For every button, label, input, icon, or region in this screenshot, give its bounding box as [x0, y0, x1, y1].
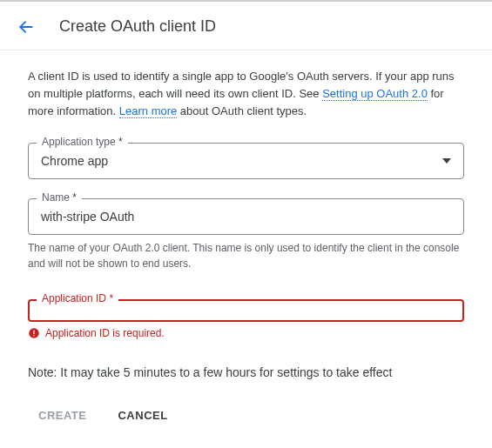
- error-icon: [28, 327, 40, 339]
- application-id-label-text: Application ID: [42, 292, 109, 304]
- intro-text: A client ID is used to identify a single…: [28, 68, 464, 120]
- name-help-text: The name of your OAuth 2.0 client. This …: [28, 240, 464, 271]
- required-asterisk: *: [118, 136, 123, 148]
- application-id-error-text: Application ID is required.: [45, 327, 165, 339]
- svg-rect-2: [33, 331, 34, 335]
- name-input[interactable]: with-stripe OAuth: [28, 198, 464, 235]
- chevron-down-icon: [442, 158, 451, 164]
- svg-rect-3: [33, 336, 34, 337]
- cancel-button[interactable]: Cancel: [114, 404, 171, 427]
- back-arrow-icon[interactable]: [17, 18, 35, 36]
- name-value: with-stripe OAuth: [41, 210, 134, 224]
- application-type-value: Chrome app: [41, 154, 108, 168]
- required-asterisk: *: [72, 191, 77, 204]
- intro-part3: about OAuth client types.: [177, 104, 307, 117]
- create-button[interactable]: Create: [35, 404, 90, 427]
- main-content: A client ID is used to identify a single…: [0, 50, 492, 448]
- application-id-field: Application ID * Application ID is requi…: [28, 299, 464, 339]
- application-type-select[interactable]: Chrome app: [28, 143, 464, 179]
- button-row: Create Cancel: [28, 404, 464, 427]
- application-id-error: Application ID is required.: [28, 327, 464, 339]
- required-asterisk: *: [109, 292, 113, 304]
- page-header: Create OAuth client ID: [0, 2, 492, 50]
- note-text: Note: It may take 5 minutes to a few hou…: [28, 365, 464, 379]
- name-field: Name * with-stripe OAuth The name of you…: [28, 198, 464, 271]
- application-type-field: Application type * Chrome app: [28, 143, 464, 179]
- application-id-label: Application ID *: [37, 292, 118, 304]
- name-label: Name *: [37, 191, 82, 204]
- application-type-label-text: Application type: [42, 136, 118, 148]
- application-type-label: Application type *: [37, 136, 128, 148]
- learn-more-link[interactable]: Learn more: [119, 104, 177, 118]
- page-title: Create OAuth client ID: [59, 17, 216, 36]
- name-label-text: Name: [42, 191, 72, 204]
- setup-oauth-link[interactable]: Setting up OAuth 2.0: [322, 87, 428, 101]
